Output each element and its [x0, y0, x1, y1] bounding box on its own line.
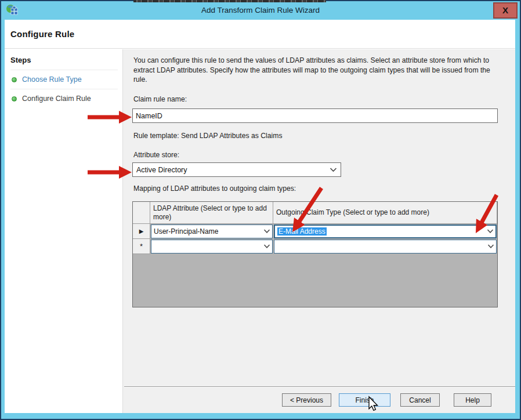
- finish-button[interactable]: Finish: [339, 393, 390, 407]
- help-button[interactable]: Help: [454, 393, 491, 407]
- chevron-down-icon[interactable]: [263, 229, 270, 234]
- chevron-down-icon[interactable]: [263, 244, 270, 249]
- window-title: Add Transform Claim Rule Wizard: [1, 1, 520, 20]
- dropdown-value-selected: E-Mail Address: [277, 227, 327, 236]
- mapping-grid: LDAP Attribute (Select or type to add mo…: [132, 201, 498, 307]
- steps-sidebar: Steps Choose Rule Type Configure Claim R…: [5, 49, 123, 413]
- column-header-outgoing-claim-type: Outgoing Claim Type (Select or type to a…: [273, 202, 497, 224]
- outgoing-claim-type-dropdown-row2[interactable]: [274, 240, 497, 254]
- dialog-header: Configure Rule: [5, 20, 515, 49]
- step-label: Choose Rule Type: [22, 75, 82, 84]
- sidebar-item-choose-rule-type[interactable]: Choose Rule Type: [10, 70, 118, 89]
- cancel-button[interactable]: Cancel: [400, 393, 440, 407]
- titlebar[interactable]: Add Transform Claim Rule Wizard X: [1, 1, 520, 20]
- chevron-down-icon: [330, 168, 337, 172]
- wizard-window: Add Transform Claim Rule Wizard X Config…: [0, 0, 521, 420]
- footer-separator: [124, 386, 515, 388]
- chevron-down-icon[interactable]: [487, 229, 494, 234]
- ldap-attribute-dropdown-row1[interactable]: User-Principal-Name: [151, 225, 273, 238]
- step-label: Configure Claim Rule: [22, 95, 91, 103]
- background-window-fragment: [133, 0, 326, 2]
- step-complete-dot-icon: [12, 96, 17, 102]
- attribute-store-select[interactable]: Active Directory: [132, 162, 341, 177]
- claim-rule-name-input[interactable]: [132, 108, 498, 123]
- close-icon[interactable]: X: [493, 2, 518, 19]
- wizard-dialog: Configure Rule Steps Choose Rule Type Co…: [5, 20, 515, 413]
- row-selector[interactable]: ▶: [133, 224, 150, 239]
- mapping-label: Mapping of LDAP attributes to outgoing c…: [133, 184, 296, 193]
- outgoing-claim-type-dropdown-row1[interactable]: E-Mail Address: [274, 225, 497, 238]
- step-complete-dot-icon: [12, 77, 17, 82]
- steps-heading: Steps: [10, 56, 118, 64]
- claim-rule-name-label: Claim rule name:: [133, 95, 187, 103]
- attribute-store-value: Active Directory: [136, 166, 330, 174]
- row-selector-new-row[interactable]: *: [133, 239, 150, 254]
- column-header-ldap-attribute: LDAP Attribute (Select or type to add mo…: [150, 202, 273, 224]
- screen: Add Transform Claim Rule Wizard X Config…: [0, 0, 521, 420]
- page-title: Configure Rule: [10, 29, 74, 39]
- rule-description: You can configure this rule to send the …: [133, 56, 505, 85]
- rule-template-text: Rule template: Send LDAP Attributes as C…: [133, 132, 283, 140]
- chevron-down-icon[interactable]: [487, 244, 494, 249]
- sidebar-item-configure-claim-rule[interactable]: Configure Claim Rule: [10, 89, 118, 108]
- dropdown-value: User-Principal-Name: [154, 227, 263, 236]
- ldap-attribute-dropdown-row2[interactable]: [151, 240, 273, 254]
- previous-button[interactable]: < Previous: [282, 393, 331, 407]
- attribute-store-label: Attribute store:: [133, 151, 179, 159]
- grid-corner-cell: [133, 202, 150, 224]
